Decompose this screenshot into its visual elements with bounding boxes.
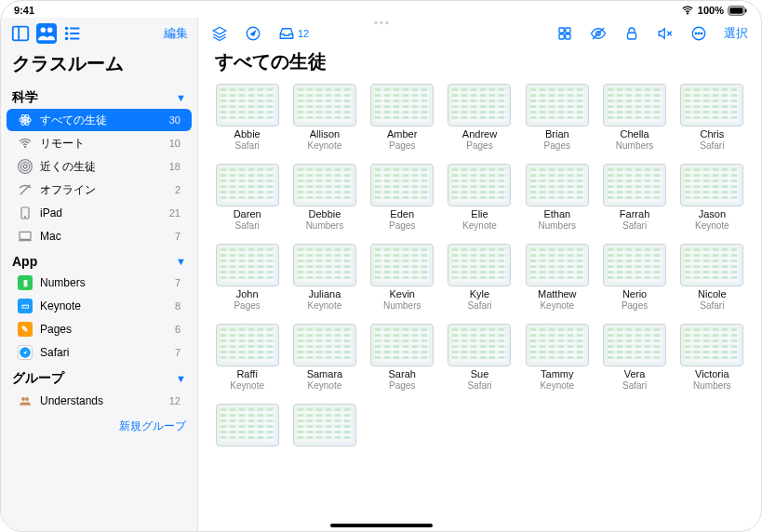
student-card[interactable]: SarahPages: [370, 324, 434, 391]
svg-rect-32: [566, 28, 570, 33]
student-card[interactable]: AbbieSafari: [215, 84, 279, 151]
sidebar-item[interactable]: すべての生徒30: [7, 109, 192, 131]
lock-button[interactable]: [623, 25, 640, 42]
student-app: Keynote: [230, 380, 264, 391]
sidebar-item-label: Numbers: [40, 276, 167, 289]
svg-point-8: [66, 28, 68, 30]
sidebar-item[interactable]: オフライン2: [7, 179, 192, 201]
student-name: Sue: [471, 368, 489, 379]
student-thumbnail: [293, 164, 356, 206]
student-card[interactable]: [215, 404, 279, 449]
student-card[interactable]: JohnPages: [215, 244, 279, 311]
student-card[interactable]: AllisonKeynote: [292, 84, 356, 151]
student-name: Amber: [387, 128, 417, 140]
student-thumbnail: [216, 84, 279, 126]
student-card[interactable]: VictoriaNumbers: [680, 324, 744, 391]
sidebar-item[interactable]: ▮Numbers7: [7, 272, 192, 294]
safari-icon: [18, 345, 33, 360]
compass-button[interactable]: [245, 25, 261, 42]
student-card[interactable]: EthanNumbers: [525, 164, 589, 231]
sidebar-item[interactable]: Mac7: [7, 225, 192, 247]
status-time: 9:41: [14, 5, 34, 16]
layers-button[interactable]: [211, 25, 228, 42]
student-name: Andrew: [462, 128, 497, 140]
sidebar-item[interactable]: ▭Keynote8: [7, 295, 192, 317]
student-app: Keynote: [540, 300, 574, 311]
student-card[interactable]: AmberPages: [370, 84, 434, 151]
student-app: Safari: [622, 220, 647, 231]
sidebar-item[interactable]: 近くの生徒18: [7, 155, 192, 178]
student-card[interactable]: TammyKeynote: [525, 324, 589, 391]
student-app: Keynote: [540, 380, 574, 391]
chevron-down-icon: ▼: [176, 256, 186, 267]
student-app: Pages: [389, 140, 415, 151]
student-card[interactable]: SueSafari: [448, 324, 512, 391]
student-card[interactable]: VeraSafari: [602, 324, 666, 391]
student-card[interactable]: JasonKeynote: [680, 164, 744, 231]
student-card[interactable]: AndrewPages: [448, 84, 512, 151]
list-view-icon[interactable]: [62, 23, 83, 44]
student-card[interactable]: BrianPages: [525, 84, 589, 151]
student-card[interactable]: SamaraKeynote: [292, 324, 356, 391]
near-icon: [18, 159, 33, 174]
sidebar-item-label: すべての生徒: [40, 113, 162, 128]
student-thumbnail: [216, 244, 279, 286]
section-header[interactable]: 科学▼: [1, 84, 197, 108]
visibility-button[interactable]: [590, 25, 607, 42]
student-app: Keynote: [308, 300, 342, 311]
home-indicator[interactable]: [330, 524, 433, 527]
student-name: Nicole: [698, 288, 727, 299]
inbox-button[interactable]: 12: [278, 25, 309, 42]
student-app: Keynote: [462, 220, 497, 231]
sidebar-toggle-icon[interactable]: [10, 23, 31, 44]
student-card[interactable]: KevinNumbers: [370, 244, 434, 311]
student-card[interactable]: KyleSafari: [448, 244, 512, 311]
sidebar-item-count: 21: [169, 207, 180, 219]
sidebar-item[interactable]: ✎Pages6: [7, 318, 192, 340]
section-header[interactable]: グループ▼: [1, 365, 197, 389]
svg-point-0: [687, 13, 688, 14]
sidebar-item[interactable]: iPad21: [7, 202, 192, 224]
svg-rect-25: [20, 232, 31, 239]
new-group-button[interactable]: 新規グループ: [1, 413, 197, 440]
sidebar-item[interactable]: Safari7: [7, 341, 192, 364]
student-card[interactable]: ChellaNumbers: [602, 84, 666, 151]
sidebar-item[interactable]: リモート10: [7, 132, 192, 154]
sidebar-item-label: リモート: [40, 136, 162, 152]
student-card[interactable]: [292, 404, 356, 449]
student-name: Kevin: [389, 288, 415, 299]
sidebar-item[interactable]: Understands12: [7, 390, 192, 412]
student-card[interactable]: JulianaKeynote: [292, 244, 356, 311]
grid-view-button[interactable]: [556, 25, 573, 42]
student-card[interactable]: FarrahSafari: [602, 164, 666, 231]
student-name: Ethan: [543, 208, 570, 219]
sidebar-item-count: 6: [175, 324, 180, 335]
student-card[interactable]: RaffiKeynote: [215, 324, 279, 391]
edit-button[interactable]: 編集: [164, 25, 188, 42]
student-name: Debbie: [308, 208, 341, 219]
svg-point-29: [25, 397, 29, 401]
student-card[interactable]: DebbieNumbers: [292, 164, 356, 231]
status-right: 100%: [681, 4, 748, 17]
mute-button[interactable]: [657, 25, 674, 42]
student-card[interactable]: DarenSafari: [215, 164, 279, 231]
people-view-icon[interactable]: [36, 23, 57, 44]
student-app: Safari: [235, 140, 260, 151]
multitask-handle[interactable]: [374, 21, 388, 24]
student-card[interactable]: MatthewKeynote: [525, 244, 589, 311]
student-card[interactable]: NerioPages: [602, 244, 666, 311]
student-grid: AbbieSafariAllisonKeynoteAmberPagesAndre…: [198, 84, 761, 531]
more-button[interactable]: [690, 25, 707, 42]
section-name: グループ: [12, 370, 64, 387]
student-card[interactable]: NicoleSafari: [680, 244, 744, 311]
svg-rect-3: [745, 8, 747, 12]
student-card[interactable]: EdenPages: [370, 164, 434, 231]
student-thumbnail: [293, 244, 356, 286]
sidebar-item-count: 7: [175, 277, 180, 288]
keynote-icon: ▭: [18, 299, 33, 313]
section-header[interactable]: App▼: [1, 248, 197, 271]
student-card[interactable]: ChrisSafari: [680, 84, 744, 151]
student-card[interactable]: ElieKeynote: [448, 164, 512, 231]
select-button[interactable]: 選択: [724, 25, 748, 42]
student-name: Abbie: [234, 128, 261, 140]
